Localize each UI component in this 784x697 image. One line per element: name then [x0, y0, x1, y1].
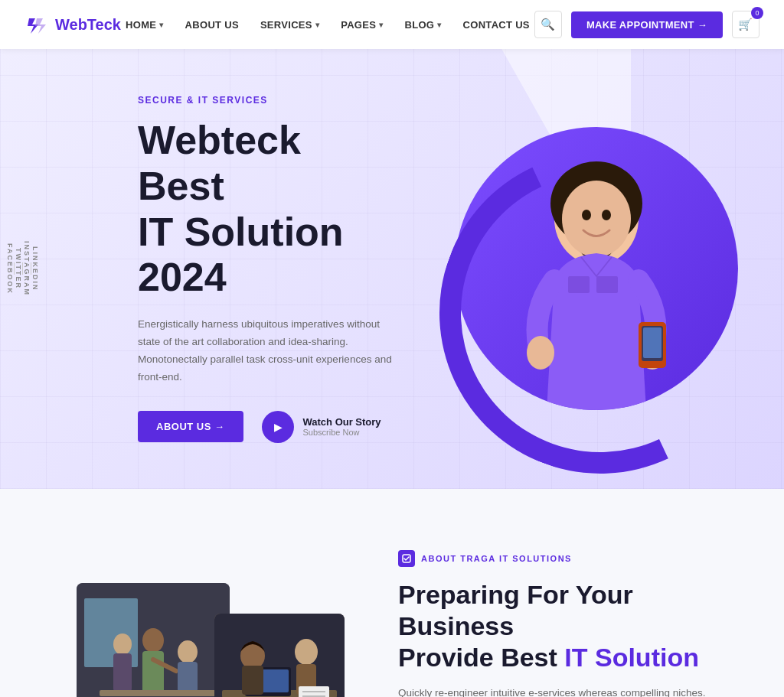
hero-actions: ABOUT US → ▶ Watch Our Story Subscribe N… [138, 411, 398, 443]
nav-home[interactable]: HOME ▾ [126, 19, 164, 31]
about-section: ABOUT TRAGA IT SOLUTIONS Preparing For Y… [0, 489, 784, 697]
about-tag: ABOUT TRAGA IT SOLUTIONS [398, 550, 738, 567]
svg-rect-17 [113, 653, 132, 692]
chevron-down-icon: ▾ [315, 21, 319, 29]
about-content-area: ABOUT TRAGA IT SOLUTIONS Preparing For Y… [0, 489, 784, 697]
svg-rect-29 [242, 666, 263, 695]
cart-icon: 🛒 [738, 18, 753, 31]
nav-pages[interactable]: PAGES ▾ [341, 19, 383, 31]
hero-section: LINKEDIN INSTAGRAM TWITTER FACEBOOK SECU… [0, 49, 784, 489]
about-us-button[interactable]: ABOUT US → [138, 411, 243, 442]
watch-text: Watch Our Story Subscribe Now [303, 416, 381, 437]
search-icon: 🔍 [541, 18, 555, 31]
nav-about[interactable]: ABOUT US [185, 19, 239, 31]
search-button[interactable]: 🔍 [534, 11, 562, 38]
hero-content: SECURE & IT SERVICES Webteck Best IT Sol… [0, 49, 459, 489]
hero-description: Energistically harness ubiquitous impera… [138, 316, 398, 386]
about-image-collage [46, 583, 337, 697]
header: WebTeck HOME ▾ ABOUT US SERVICES ▾ PAGES… [0, 0, 784, 49]
main-nav: HOME ▾ ABOUT US SERVICES ▾ PAGES ▾ BLOG … [126, 19, 530, 31]
svg-rect-23 [100, 690, 230, 696]
chevron-down-icon: ▾ [159, 21, 163, 29]
collage-image-2 [214, 614, 345, 697]
svg-point-18 [142, 628, 164, 653]
nav-services[interactable]: SERVICES ▾ [260, 19, 319, 31]
cart-button[interactable]: 🛒 0 [732, 11, 760, 38]
chevron-down-icon: ▾ [437, 21, 441, 29]
about-tag-text: ABOUT TRAGA IT SOLUTIONS [421, 554, 572, 563]
svg-point-30 [295, 639, 318, 665]
hero-title: Webteck Best IT Solution 2024 [138, 118, 398, 301]
svg-point-21 [178, 640, 198, 663]
play-button[interactable]: ▶ [262, 411, 294, 443]
cart-badge: 0 [751, 7, 763, 19]
logo[interactable]: WebTeck [24, 12, 121, 37]
svg-point-16 [113, 633, 132, 655]
hero-tag: SECURE & IT SERVICES [138, 95, 398, 106]
collage-image-1 [77, 583, 230, 697]
hero-image-area [416, 49, 784, 489]
nav-blog[interactable]: BLOG ▾ [405, 19, 442, 31]
about-description: Quickly re-engineer intuitive e-services… [398, 685, 720, 697]
header-actions: 🔍 MAKE APPOINTMENT → 🛒 0 [534, 11, 760, 38]
svg-rect-22 [178, 662, 198, 692]
play-icon: ▶ [274, 421, 283, 433]
about-text-content: ABOUT TRAGA IT SOLUTIONS Preparing For Y… [398, 550, 738, 697]
nav-contact[interactable]: CONTACT US [463, 19, 530, 31]
logo-text: WebTeck [55, 16, 121, 34]
about-title: Preparing For Your Business Provide Best… [398, 579, 738, 673]
about-tag-icon [398, 550, 415, 567]
appointment-button[interactable]: MAKE APPOINTMENT → [571, 11, 723, 38]
watch-story-button[interactable]: ▶ Watch Our Story Subscribe Now [262, 411, 381, 443]
chevron-down-icon: ▾ [379, 21, 383, 29]
